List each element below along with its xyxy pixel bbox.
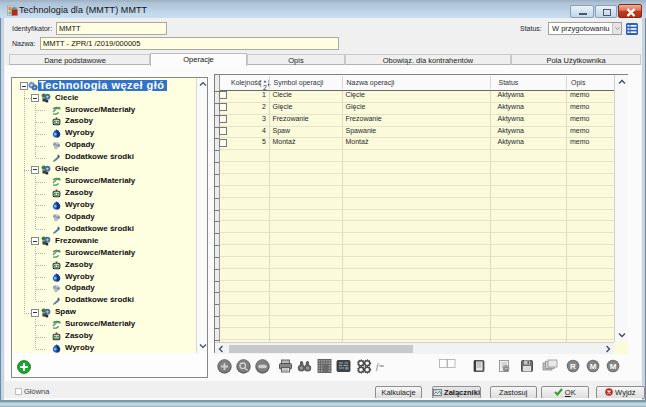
svg-text:M: M	[590, 362, 597, 371]
svg-text:M: M	[610, 362, 617, 371]
svg-text:f=: f=	[376, 361, 385, 371]
svg-text:G: G	[504, 366, 508, 372]
svg-text:(: (	[259, 78, 262, 87]
svg-text:2: 2	[263, 84, 267, 91]
svg-text:R: R	[570, 362, 576, 371]
